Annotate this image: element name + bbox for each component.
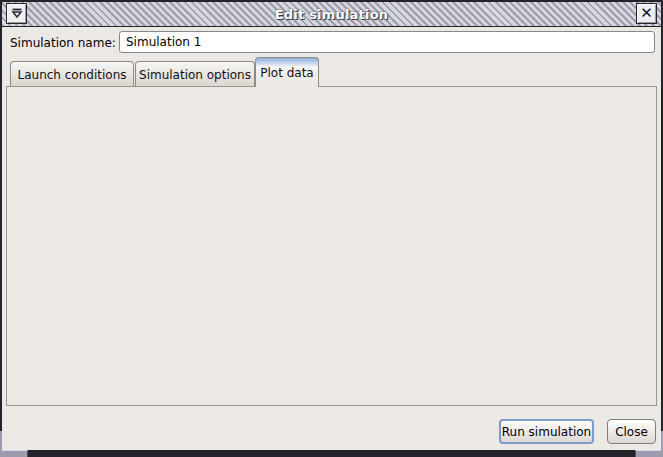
window-menu-icon: [10, 4, 24, 23]
window-menu-button[interactable]: [6, 3, 27, 24]
close-label: Close: [615, 425, 648, 439]
close-button[interactable]: Close: [607, 419, 656, 444]
titlebar: Edit simulation ✕: [2, 2, 661, 26]
tab-label: Plot data: [260, 66, 313, 80]
tab-label: Launch conditions: [17, 68, 126, 82]
tab-plot-data[interactable]: Plot data: [255, 57, 319, 87]
tab-launch-conditions[interactable]: Launch conditions: [10, 61, 134, 87]
close-window-button[interactable]: ✕: [636, 3, 657, 24]
run-simulation-button[interactable]: Run simulation: [499, 419, 594, 444]
dialog-content: Simulation name: Launch conditions Simul…: [2, 27, 661, 450]
edit-simulation-dialog: Edit simulation ✕ Simulation name: Launc…: [0, 0, 663, 457]
simulation-name-field[interactable]: [119, 31, 655, 53]
tab-simulation-options[interactable]: Simulation options: [135, 61, 255, 87]
close-icon: ✕: [640, 6, 653, 21]
simulation-name-label: Simulation name:: [10, 36, 116, 50]
resize-handle-left[interactable]: [0, 431, 2, 457]
plot-data-panel: [6, 86, 657, 406]
window-title: Edit simulation: [275, 7, 388, 22]
tab-label: Simulation options: [139, 68, 251, 82]
resize-handle-bottom-left[interactable]: [0, 450, 28, 457]
resize-handle-bottom-right[interactable]: [635, 450, 663, 457]
run-simulation-label: Run simulation: [502, 425, 591, 439]
